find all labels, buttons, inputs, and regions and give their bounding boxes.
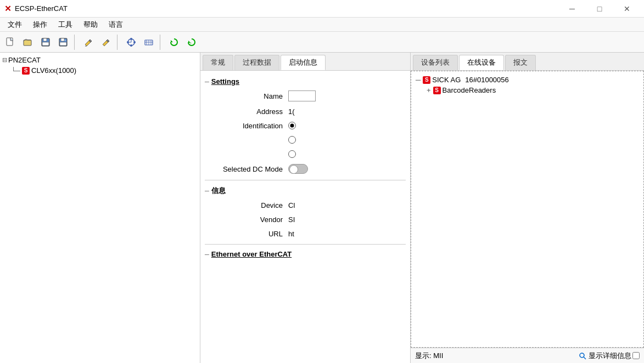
sick-ag-id: 16#01000056: [465, 76, 509, 84]
titlebar: ✕ ECSP-EtherCAT ─ □ ✕: [0, 0, 644, 18]
device-tree-sick-ag[interactable]: ─ S SICK AG 16#01000056: [413, 75, 641, 85]
info-divider: [205, 244, 406, 245]
toolbar: +: [0, 32, 644, 53]
tab-general[interactable]: 常规: [203, 55, 233, 70]
scan2-button[interactable]: +: [183, 35, 200, 50]
save-button[interactable]: [37, 35, 54, 50]
right-tab-message[interactable]: 报文: [505, 55, 536, 70]
svg-rect-0: [7, 38, 13, 46]
svg-text:+: +: [190, 41, 192, 44]
save-as-icon: +: [58, 37, 68, 47]
tree-child-prefix: └─: [11, 67, 20, 75]
right-tab-online-device[interactable]: 在线设备: [459, 55, 504, 70]
sick-s-icon-clv: S: [22, 67, 30, 75]
save-as-button[interactable]: +: [55, 35, 71, 50]
open-button[interactable]: [20, 35, 36, 50]
tree-item-clv6xx[interactable]: └─ S CLV6xx(1000): [0, 65, 200, 76]
dc-mode-toggle[interactable]: [288, 164, 308, 174]
svg-marker-22: [171, 40, 173, 42]
statusbar: 显示: MII 显示详细信息: [411, 348, 644, 363]
settings-collapse-icon: ─: [205, 78, 209, 85]
ethernet-section-title: Ethernet over EtherCAT: [211, 250, 292, 258]
center-tabs-bar: 常规 过程数据 启动信息: [200, 53, 410, 71]
identification-radio-checked[interactable]: [288, 122, 296, 129]
vendor-row: Vendor SI: [200, 212, 410, 226]
center-panel: 常规 过程数据 启动信息 ─ Settings Name Address 1(: [200, 53, 411, 363]
menu-item-language[interactable]: 语言: [103, 18, 128, 31]
vendor-label: Vendor: [211, 215, 283, 224]
scan2-icon: +: [187, 37, 197, 47]
network2-icon: [144, 37, 154, 47]
scan-icon: [169, 37, 179, 47]
left-panel: ⊟ PN2ECAT └─ S CLV6xx(1000): [0, 53, 200, 363]
svg-rect-7: [60, 42, 66, 46]
svg-point-12: [130, 44, 132, 47]
url-row: URL ht: [200, 226, 410, 241]
info-section-title: 信息: [211, 186, 226, 196]
radio-row-2: [200, 133, 410, 147]
svg-rect-4: [42, 42, 49, 46]
separator-1: [74, 35, 77, 50]
svg-rect-3: [43, 38, 47, 41]
network-button[interactable]: [123, 35, 139, 50]
menu-item-tools[interactable]: 工具: [53, 18, 78, 31]
sick-ag-name: SICK AG: [432, 76, 461, 84]
app-icon: ✕: [4, 4, 12, 14]
ethernet-collapse-icon: ─: [205, 251, 209, 258]
save-icon: [41, 37, 51, 47]
address-value: 1(: [288, 107, 295, 116]
menu-item-help[interactable]: 帮助: [78, 18, 103, 31]
clv6xx-label: CLV6xx(1000): [31, 66, 76, 75]
network2-button[interactable]: [141, 35, 157, 50]
tree-item-pn2ecat[interactable]: ⊟ PN2ECAT: [0, 55, 200, 65]
ethernet-section-header[interactable]: ─ Ethernet over EtherCAT: [200, 248, 410, 260]
radio-2[interactable]: [288, 136, 296, 144]
device-row: Device Cl: [200, 198, 410, 212]
app-title: ECSP-EtherCAT: [15, 4, 68, 13]
tab-startup[interactable]: 启动信息: [281, 55, 326, 70]
tab-process[interactable]: 过程数据: [234, 55, 279, 70]
svg-rect-1: [24, 40, 31, 46]
device-tree-barcode[interactable]: + S BarcodeReaders: [413, 85, 641, 95]
url-value: ht: [288, 230, 294, 238]
status-checkbox[interactable]: [632, 352, 640, 359]
menu-item-operate[interactable]: 操作: [27, 18, 53, 31]
right-content: ─ S SICK AG 16#01000056 + S BarcodeReade…: [411, 71, 644, 348]
new-button[interactable]: [2, 35, 19, 50]
close-button[interactable]: ✕: [614, 1, 640, 17]
device-value: Cl: [288, 201, 295, 209]
dc-mode-label: Selected DC Mode: [211, 165, 283, 173]
content-area[interactable]: ─ Settings Name Address 1( Identificatio…: [200, 71, 410, 363]
edit2-button[interactable]: [98, 35, 114, 50]
identification-row: Identification: [200, 118, 410, 133]
maximize-button[interactable]: □: [587, 1, 612, 17]
open-icon: [23, 37, 33, 47]
info-section-header[interactable]: ─ 信息: [200, 184, 410, 198]
svg-point-25: [580, 353, 584, 358]
dc-mode-row: Selected DC Mode: [200, 161, 410, 177]
url-label: URL: [211, 230, 283, 238]
name-row: Name: [200, 88, 410, 104]
edit2-icon: [101, 37, 111, 47]
scan-button[interactable]: [166, 35, 182, 50]
settings-divider: [205, 180, 406, 180]
titlebar-controls: ─ □ ✕: [559, 1, 640, 17]
identification-label: Identification: [211, 122, 283, 130]
minimize-button[interactable]: ─: [559, 1, 585, 17]
right-tab-device-list[interactable]: 设备列表: [413, 55, 458, 70]
menu-item-file[interactable]: 文件: [2, 18, 27, 31]
svg-point-14: [133, 41, 136, 43]
status-search-label[interactable]: 显示详细信息: [589, 351, 631, 361]
sick-s-icon-barcode: S: [433, 87, 441, 94]
barcode-name: BarcodeReaders: [443, 86, 496, 94]
edit-button[interactable]: [80, 35, 97, 50]
svg-text:+: +: [64, 38, 66, 42]
main-container: ⊟ PN2ECAT └─ S CLV6xx(1000) 常规 过程数据 启动信息…: [0, 53, 644, 363]
right-tabs-bar: 设备列表 在线设备 报文: [411, 53, 644, 71]
right-panel: 设备列表 在线设备 报文 ─ S SICK AG 16#01000056 + S…: [411, 53, 644, 363]
sick-s-icon-ag: S: [423, 76, 430, 84]
menubar: 文件 操作 工具 帮助 语言: [0, 18, 644, 32]
settings-section-header[interactable]: ─ Settings: [200, 75, 410, 88]
radio-3[interactable]: [288, 150, 296, 158]
name-input[interactable]: [288, 90, 316, 101]
